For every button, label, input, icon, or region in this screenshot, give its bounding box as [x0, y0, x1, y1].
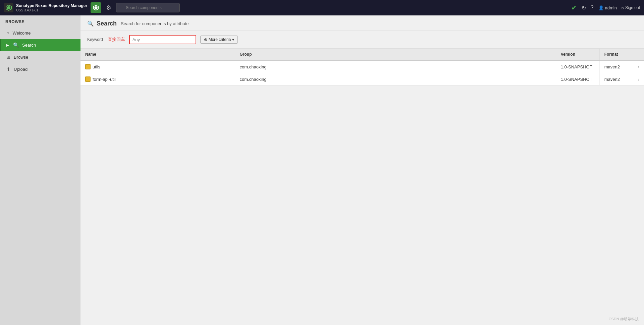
col-header-version[interactable]: Version [556, 49, 599, 60]
user-menu[interactable]: 👤 admin [598, 5, 617, 10]
col-header-format[interactable]: Format [599, 49, 633, 60]
search-page-icon: 🔍 [87, 20, 94, 27]
main-content: 🔍 Search Search for components by attrib… [80, 15, 644, 325]
system-status-icon: ✔ [571, 4, 577, 12]
results-table: Name Group Version Format utilscom.chaox… [80, 49, 644, 86]
col-header-arrow [633, 49, 644, 60]
sidebar-item-upload[interactable]: ⬆ Upload [0, 63, 80, 75]
navbar-right: ✔ ↻ ? 👤 admin ⎋ Sign out [571, 4, 640, 12]
brand-subtitle: OSS 3.40.1-01 [16, 8, 87, 12]
cell-group: com.chaoxing [235, 60, 556, 73]
cell-name: utils [80, 60, 235, 73]
brand-logo [4, 3, 13, 12]
settings-button[interactable]: ⚙ [105, 3, 113, 13]
global-search-input[interactable] [116, 3, 180, 12]
more-criteria-icon: ⊕ [204, 37, 207, 42]
sidebar-item-browse-label: Browse [14, 55, 28, 60]
sidebar-item-welcome[interactable]: ○ Welcome [0, 27, 80, 39]
sign-out-button[interactable]: ⎋ Sign out [622, 5, 640, 10]
row-chevron-right-icon: › [638, 64, 639, 69]
component-name: form-api-util [93, 77, 116, 82]
component-name: utils [93, 64, 100, 69]
top-navbar: Sonatype Nexus Repository Manager OSS 3.… [0, 0, 644, 15]
more-criteria-label: More criteria [209, 37, 231, 42]
search-page-subtitle: Search for components by attribute [121, 21, 189, 26]
nexus-home-button[interactable] [91, 2, 101, 13]
search-page-title: Search [97, 20, 117, 27]
keyword-label: Keyword [87, 37, 103, 42]
results-table-wrapper: Name Group Version Format utilscom.chaox… [80, 49, 644, 325]
table-row[interactable]: form-api-utilcom.chaoxing1.0-SNAPSHOTmav… [80, 73, 644, 86]
search-filters: Keyword 直接回车 ⊕ More criteria ▾ [80, 31, 644, 49]
cell-format: maven2 [599, 60, 633, 73]
hint-text: 直接回车 [108, 37, 125, 43]
signout-icon: ⎋ [622, 5, 624, 10]
global-search-wrapper: 🔍 [116, 3, 180, 12]
user-avatar-icon: 👤 [598, 5, 604, 10]
svg-marker-1 [7, 6, 10, 9]
sidebar-item-search[interactable]: ▶ 🔍 Search [0, 39, 80, 51]
sidebar-item-search-label: Search [22, 43, 36, 48]
sidebar-item-upload-label: Upload [14, 67, 28, 72]
cell-name: form-api-util [80, 73, 235, 86]
keyword-filter-group: Keyword 直接回车 [87, 37, 125, 43]
watermark-text: CSDN @明希科技 [609, 317, 639, 321]
cell-version: 1.0-SNAPSHOT [556, 60, 599, 73]
brand-text: Sonatype Nexus Repository Manager OSS 3.… [16, 3, 87, 12]
cell-arrow[interactable]: › [633, 73, 644, 86]
component-folder-icon [85, 76, 91, 82]
col-header-name[interactable]: Name [80, 49, 235, 60]
cell-group: com.chaoxing [235, 73, 556, 86]
username-label: admin [605, 5, 617, 10]
brand: Sonatype Nexus Repository Manager OSS 3.… [4, 3, 87, 12]
row-chevron-right-icon: › [638, 77, 639, 82]
table-header-row: Name Group Version Format [80, 49, 644, 60]
sidebar: Browse ○ Welcome ▶ 🔍 Search ⊞ Browse ⬆ U… [0, 15, 80, 325]
browse-icon: ⊞ [6, 54, 10, 60]
app-body: Browse ○ Welcome ▶ 🔍 Search ⊞ Browse ⬆ U… [0, 15, 644, 325]
signout-label: Sign out [625, 5, 640, 10]
cell-format: maven2 [599, 73, 633, 86]
refresh-icon[interactable]: ↻ [582, 5, 586, 11]
sidebar-section-title: Browse [0, 15, 80, 27]
brand-logo-icon [5, 4, 12, 11]
col-header-group[interactable]: Group [235, 49, 556, 60]
nexus-logo-icon [93, 5, 99, 11]
cell-arrow[interactable]: › [633, 60, 644, 73]
table-row[interactable]: utilscom.chaoxing1.0-SNAPSHOTmaven2› [80, 60, 644, 73]
dropdown-chevron-icon: ▾ [232, 37, 234, 42]
more-criteria-button[interactable]: ⊕ More criteria ▾ [200, 36, 238, 44]
cell-version: 1.0-SNAPSHOT [556, 73, 599, 86]
svg-marker-3 [95, 6, 98, 9]
keyword-input[interactable] [129, 35, 196, 44]
help-icon[interactable]: ? [591, 5, 594, 11]
watermark: CSDN @明希科技 [609, 317, 639, 322]
active-arrow-icon: ▶ [6, 43, 9, 47]
brand-title: Sonatype Nexus Repository Manager [16, 3, 87, 8]
sidebar-item-browse[interactable]: ⊞ Browse [0, 51, 80, 63]
welcome-icon: ○ [6, 30, 9, 36]
sidebar-item-welcome-label: Welcome [12, 31, 31, 36]
upload-icon: ⬆ [6, 66, 10, 72]
search-page-header: 🔍 Search Search for components by attrib… [80, 15, 644, 31]
component-folder-icon [85, 64, 91, 69]
search-sidebar-icon: 🔍 [13, 42, 19, 48]
